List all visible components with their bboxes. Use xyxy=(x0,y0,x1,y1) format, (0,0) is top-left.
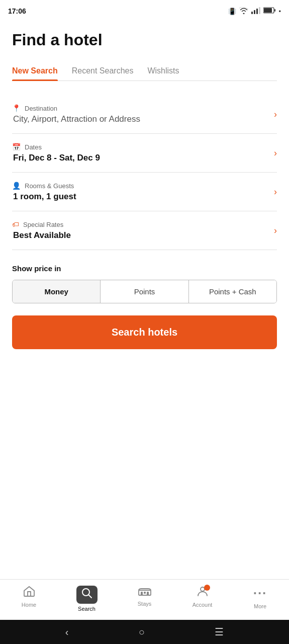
search-icon xyxy=(81,589,92,601)
back-button[interactable]: ‹ xyxy=(65,626,69,638)
special-rates-chevron: › xyxy=(274,225,277,236)
nav-search[interactable]: Search xyxy=(58,583,116,615)
tab-wishlists[interactable]: Wishlists xyxy=(147,61,179,80)
page-title: Find a hotel xyxy=(12,30,277,49)
svg-line-8 xyxy=(88,595,91,598)
nav-account[interactable]: Account xyxy=(173,583,231,615)
destination-value: City, Airport, Attraction or Address xyxy=(13,114,140,124)
system-nav-bar: ‹ ○ ☰ xyxy=(0,620,289,644)
dot-icon: • xyxy=(278,8,281,15)
battery-icon xyxy=(263,7,275,15)
dates-left: 📅 Dates Fri, Dec 8 - Sat, Dec 9 xyxy=(12,143,100,163)
status-time: 17:06 xyxy=(8,7,26,15)
tab-new-search[interactable]: New Search xyxy=(12,61,58,80)
vibrate-icon: 📳 xyxy=(228,8,236,15)
home-button[interactable]: ○ xyxy=(139,626,145,638)
svg-rect-2 xyxy=(256,9,258,14)
main-content: Find a hotel New Search Recent Searches … xyxy=(0,20,289,579)
home-icon xyxy=(23,586,35,600)
nav-stays[interactable]: Stays xyxy=(116,583,173,615)
search-hotels-button[interactable]: Search hotels xyxy=(12,315,277,349)
rooms-chevron: › xyxy=(274,187,277,197)
dates-row[interactable]: 📅 Dates Fri, Dec 8 - Sat, Dec 9 › xyxy=(12,134,277,173)
tag-icon: 🏷 xyxy=(12,220,19,228)
special-rates-value: Best Available xyxy=(13,230,71,240)
tabs: New Search Recent Searches Wishlists xyxy=(12,61,277,81)
nav-home-label: Home xyxy=(22,602,36,608)
svg-rect-12 xyxy=(144,592,146,594)
nav-search-label: Search xyxy=(78,606,95,612)
dates-label: 📅 Dates xyxy=(12,143,100,151)
nav-more[interactable]: ··· More xyxy=(231,583,289,615)
status-icons: 📳 • xyxy=(228,7,281,16)
destination-label: 📍 Destination xyxy=(12,104,140,112)
special-rates-left: 🏷 Special Rates Best Available xyxy=(12,220,71,240)
destination-chevron: › xyxy=(274,109,277,120)
rooms-left: 👤 Rooms & Guests 1 room, 1 guest xyxy=(12,182,76,202)
destination-left: 📍 Destination City, Airport, Attraction … xyxy=(12,104,140,124)
recents-button[interactable]: ☰ xyxy=(215,626,224,638)
location-icon: 📍 xyxy=(12,104,21,112)
nav-home[interactable]: Home xyxy=(0,583,58,615)
svg-rect-6 xyxy=(274,9,275,12)
svg-rect-1 xyxy=(254,10,255,14)
price-toggle: Money Points Points + Cash xyxy=(12,280,277,303)
rooms-value: 1 room, 1 guest xyxy=(13,192,76,202)
more-icon: ··· xyxy=(253,586,267,601)
calendar-icon: 📅 xyxy=(12,143,21,151)
destination-row[interactable]: 📍 Destination City, Airport, Attraction … xyxy=(12,95,277,134)
svg-rect-0 xyxy=(251,12,253,14)
rooms-label: 👤 Rooms & Guests xyxy=(12,182,76,190)
special-rates-label: 🏷 Special Rates xyxy=(12,220,71,228)
nav-stays-label: Stays xyxy=(138,601,152,607)
nav-more-label: More xyxy=(254,603,266,609)
svg-rect-11 xyxy=(147,592,149,595)
signal-icon xyxy=(251,7,260,16)
status-bar: 17:06 📳 • xyxy=(0,0,289,20)
wifi-icon xyxy=(239,7,248,16)
special-rates-row[interactable]: 🏷 Special Rates Best Available › xyxy=(12,211,277,250)
svg-rect-10 xyxy=(141,592,143,595)
account-badge xyxy=(204,585,210,591)
price-section: Show price in Money Points Points + Cash xyxy=(12,264,277,303)
search-icon-box xyxy=(76,586,98,604)
svg-rect-5 xyxy=(264,8,272,13)
account-icon-wrapper xyxy=(197,586,208,600)
stays-icon xyxy=(138,586,151,599)
tab-recent-searches[interactable]: Recent Searches xyxy=(72,61,134,80)
dates-value: Fri, Dec 8 - Sat, Dec 9 xyxy=(13,153,100,163)
dates-chevron: › xyxy=(274,148,277,158)
price-option-points-cash[interactable]: Points + Cash xyxy=(189,280,276,303)
price-option-points[interactable]: Points xyxy=(101,280,188,303)
rooms-row[interactable]: 👤 Rooms & Guests 1 room, 1 guest › xyxy=(12,173,277,211)
bottom-nav: Home Search Stays xyxy=(0,579,289,620)
svg-rect-3 xyxy=(259,7,260,14)
price-label: Show price in xyxy=(12,264,277,273)
person-icon: 👤 xyxy=(12,182,21,190)
nav-account-label: Account xyxy=(192,602,213,608)
price-option-money[interactable]: Money xyxy=(13,280,101,303)
